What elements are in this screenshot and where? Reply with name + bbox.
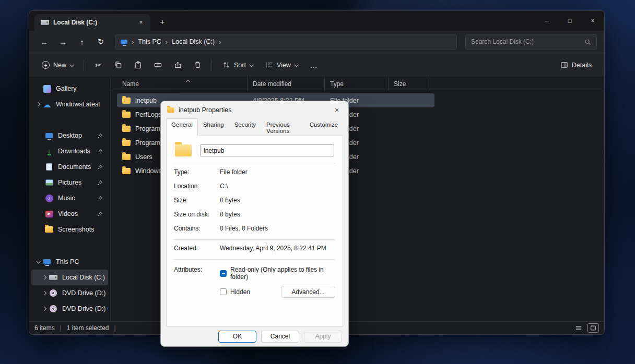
details-button-label: Details [572,62,592,69]
tab-customize[interactable]: Customize [304,118,343,136]
search-box[interactable] [465,34,597,50]
cancel-button[interactable]: Cancel [261,331,299,343]
up-button[interactable]: ↑ [74,34,90,50]
folder-name-input[interactable] [200,144,334,156]
apply-button[interactable]: Apply [304,331,342,343]
sort-button[interactable]: Sort [217,57,258,74]
share-icon [174,61,182,69]
column-header-size[interactable]: Size [389,77,430,91]
view-icon [265,61,273,69]
tab-sharing[interactable]: Sharing [198,118,229,136]
sidebar-item-gallery[interactable]: Gallery [31,81,108,96]
breadcrumb-separator: › [219,38,221,46]
command-bar: + New ✂ [29,53,604,77]
file-name: inetpub [135,97,157,104]
sidebar-item-onedrive[interactable]: ☁ WindowsLatest [31,96,108,112]
rename-button[interactable] [149,57,167,74]
search-input[interactable] [471,38,584,45]
column-header-type[interactable]: Type [325,77,389,91]
forward-button[interactable]: → [55,34,71,50]
sidebar-item-screenshots[interactable]: Screenshots [31,222,108,237]
created-value: Wednesday, April 9, 2025, 8:22:41 PM [220,245,335,252]
view-button-label: View [277,62,291,69]
dialog-buttons: OK Cancel Apply [161,326,348,346]
tab-title: Local Disk (C:) [53,19,97,26]
new-tab-button[interactable]: + [157,16,168,27]
details-pane-button[interactable]: Details [555,57,597,74]
gallery-icon [43,85,51,93]
breadcrumb-this-pc[interactable]: This PC [138,38,161,45]
sidebar-item-videos[interactable]: ▶ Videos [31,206,108,222]
pictures-icon [45,179,53,186]
explorer-tab[interactable]: Local Disk (C:) × [34,14,150,31]
tab-security[interactable]: Security [229,118,262,136]
trash-icon [194,61,202,69]
view-button[interactable]: View [260,57,303,74]
sidebar-item-downloads[interactable]: ↓ Downloads [31,143,108,159]
sidebar-item-desktop[interactable]: Desktop [31,128,108,143]
dialog-close-icon[interactable]: × [326,102,347,118]
share-button[interactable] [169,57,186,74]
sidebar-item-local-disk-c[interactable]: Local Disk (C:) [31,270,108,285]
chevron-right-icon[interactable] [34,103,42,106]
documents-icon [46,163,52,171]
column-header-name[interactable]: Name [117,77,248,91]
videos-icon: ▶ [45,211,53,217]
sidebar-item-music[interactable]: ♪ Music [31,190,108,206]
sidebar-item-label: Music [58,195,97,202]
refresh-button[interactable]: ↻ [93,34,109,50]
folder-icon [122,154,131,160]
copy-button[interactable] [109,57,127,74]
status-separator: | [60,324,62,332]
large-icons-view-toggle[interactable] [587,323,599,333]
cut-button[interactable]: ✂ [89,57,107,74]
back-button[interactable]: ← [37,34,52,50]
pin-icon [97,211,103,217]
maximize-button[interactable]: □ [558,11,581,31]
search-icon [584,39,591,45]
new-button[interactable]: + New [37,57,78,74]
minimize-button[interactable]: – [535,11,558,31]
details-view-toggle[interactable] [573,323,584,333]
more-options-button[interactable]: … [305,57,323,74]
sidebar-item-this-pc[interactable]: This PC [31,254,108,270]
chevron-down-icon[interactable] [34,260,42,263]
delete-button[interactable] [189,57,206,74]
music-icon: ♪ [45,195,53,202]
chevron-right-icon[interactable] [41,276,48,279]
close-button[interactable]: × [581,11,604,31]
tab-general[interactable]: General [166,118,198,136]
paste-icon [134,61,142,69]
new-button-label: New [53,62,66,69]
location-label: Location: [174,183,220,190]
tab-previous-versions[interactable]: Previous Versions [261,118,304,136]
breadcrumb[interactable]: › This PC › Local Disk (C:) › [115,34,457,50]
size-value: 0 bytes [220,197,335,204]
status-separator: | [114,324,116,332]
pin-icon [97,149,103,154]
sidebar-item-label: DVD Drive (D:) C [62,305,108,312]
this-pc-icon [121,40,127,44]
sidebar-item-dvd-drive-d2[interactable]: DVD Drive (D:) C [31,301,108,317]
chevron-right-icon[interactable] [41,307,48,310]
sidebar-item-pictures[interactable]: Pictures [31,175,108,190]
ok-button[interactable]: OK [218,331,256,343]
breadcrumb-local-disk[interactable]: Local Disk (C:) [172,38,215,45]
advanced-button[interactable]: Advanced... [281,286,335,298]
column-header-date-modified[interactable]: Date modified [248,77,325,91]
tab-close-icon[interactable]: × [136,17,146,28]
navigation-bar: ← → ↑ ↻ › This PC › Local Disk (C:) › [29,31,604,53]
read-only-label: Read-only (Only applies to files in fold… [230,266,335,281]
chevron-down-icon [69,63,74,67]
column-headers: Name Date modified Type Size [111,77,604,91]
plus-icon: + [42,61,50,69]
size-on-disk-label: Size on disk: [174,211,220,218]
sidebar-item-label: This PC [56,258,108,265]
sidebar-item-label: DVD Drive (D:) [62,289,108,297]
read-only-checkbox[interactable] [220,270,227,277]
hidden-checkbox[interactable] [220,288,227,295]
chevron-right-icon[interactable] [41,292,48,295]
sidebar-item-dvd-drive-d[interactable]: DVD Drive (D:) [31,285,108,301]
paste-button[interactable] [129,57,147,74]
sidebar-item-documents[interactable]: Documents [31,159,108,175]
